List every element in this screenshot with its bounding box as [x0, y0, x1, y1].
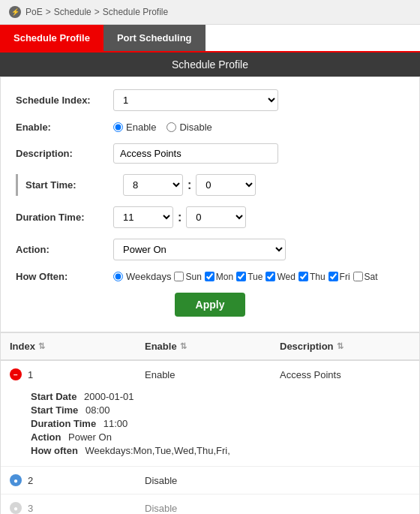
detail-start-time: Start Time 08:00: [31, 404, 410, 416]
start-hour-select[interactable]: 8: [123, 174, 183, 196]
mon-checkbox[interactable]: [205, 272, 214, 281]
breadcrumb: ⚡ PoE > Schedule > Schedule Profile: [0, 0, 420, 25]
fri-checkbox[interactable]: [328, 272, 338, 281]
sort-enable-icon[interactable]: ⇅: [180, 341, 187, 351]
status-dot-1: −: [10, 368, 22, 380]
duration-minute-select[interactable]: 0: [186, 206, 246, 228]
schedule-table: Index ⇅ Enable ⇅ Description ⇅ − 1 Enabl…: [0, 332, 420, 514]
table-row-3: ● 3 Disable: [1, 494, 419, 514]
sort-description-icon[interactable]: ⇅: [337, 341, 344, 351]
action-label: Action:: [16, 244, 113, 255]
apply-button[interactable]: Apply: [175, 293, 246, 317]
description-input[interactable]: [113, 143, 278, 164]
sun-checkbox[interactable]: [174, 272, 184, 281]
description-row: Description:: [16, 143, 404, 164]
schedule-index-select[interactable]: 1: [113, 89, 278, 111]
action-field: Power On Power Off: [113, 239, 404, 260]
apply-row: Apply: [16, 293, 404, 317]
colon-1: :: [188, 179, 191, 192]
disable-radio[interactable]: [166, 122, 176, 132]
start-time-row: Start Time: 8 : 0: [16, 174, 404, 196]
fri-checkbox-label[interactable]: Fri: [328, 272, 350, 282]
schedule-profile-form: Schedule Index: 1 Enable: Enable Disable…: [0, 77, 420, 332]
sun-checkbox-label[interactable]: Sun: [174, 272, 201, 282]
cell-description-2: [271, 467, 419, 494]
action-row: Action: Power On Power Off: [16, 239, 404, 260]
cell-index-3[interactable]: ● 3: [1, 494, 136, 514]
fri-label: Fri: [340, 272, 350, 282]
how-often-row: How Often: Weekdays Sun Mon Tue: [16, 271, 404, 282]
description-label: Description:: [16, 148, 113, 159]
weekdays-radio-label[interactable]: Weekdays: [113, 271, 171, 282]
enable-radio-label[interactable]: Enable: [113, 122, 156, 133]
col-description: Description ⇅: [271, 333, 419, 359]
wed-label: Wed: [277, 272, 295, 282]
status-dot-2: ●: [10, 474, 22, 486]
table-row-2: ● 2 Disable: [1, 467, 419, 494]
tab-schedule-profile[interactable]: Schedule Profile: [0, 25, 104, 51]
start-minute-select[interactable]: 0: [196, 174, 256, 196]
disable-radio-label[interactable]: Disable: [166, 122, 212, 133]
thu-checkbox[interactable]: [298, 272, 308, 281]
breadcrumb-schedule-profile: Schedule Profile: [103, 7, 168, 17]
thu-checkbox-label[interactable]: Thu: [298, 272, 326, 282]
breadcrumb-poe[interactable]: PoE: [26, 7, 43, 17]
duration-time-field: 11 : 0: [113, 206, 404, 228]
table-row-1: − 1 Enable Access Points Start Date 2000…: [1, 361, 419, 467]
sort-index-icon[interactable]: ⇅: [38, 341, 45, 351]
duration-time-row: Duration Time: 11 : 0: [16, 206, 404, 228]
detail-start-date: Start Date 2000-01-01: [31, 391, 410, 402]
schedule-index-label: Schedule Index:: [16, 95, 113, 106]
sat-checkbox-label[interactable]: Sat: [353, 272, 378, 282]
breadcrumb-schedule[interactable]: Schedule: [54, 7, 92, 17]
index-value-3: 3: [28, 503, 33, 514]
duration-hour-select[interactable]: 11: [113, 206, 173, 228]
weekdays-radio[interactable]: [113, 272, 123, 281]
cell-index-2[interactable]: ● 2: [1, 467, 136, 494]
schedule-index-field: 1: [113, 89, 404, 111]
detail-duration: Duration Time 11:00: [31, 418, 410, 429]
table-header: Index ⇅ Enable ⇅ Description ⇅: [1, 333, 419, 361]
status-dot-3: ●: [10, 502, 22, 514]
enable-radio[interactable]: [113, 122, 123, 132]
tue-checkbox[interactable]: [236, 272, 246, 281]
enable-row: Enable: Enable Disable: [16, 122, 404, 133]
mon-label: Mon: [216, 272, 233, 282]
wed-checkbox-label[interactable]: Wed: [266, 272, 295, 282]
sun-label: Sun: [185, 272, 201, 282]
cell-index-1[interactable]: − 1: [1, 361, 136, 388]
enable-label: Enable:: [16, 122, 113, 133]
disable-text: Disable: [179, 122, 212, 133]
tab-port-scheduling[interactable]: Port Scheduling: [104, 25, 206, 51]
action-select[interactable]: Power On Power Off: [113, 239, 286, 260]
start-time-field: 8 : 0: [123, 174, 404, 196]
tue-label: Tue: [248, 272, 262, 282]
start-time-label: Start Time:: [26, 179, 123, 191]
index-value-1: 1: [28, 369, 33, 380]
wed-checkbox[interactable]: [266, 272, 275, 281]
how-often-field: Weekdays Sun Mon Tue Wed: [113, 271, 404, 282]
index-value-2: 2: [28, 475, 33, 486]
cell-enable-3: Disable: [136, 494, 271, 514]
col-enable: Enable ⇅: [136, 333, 271, 359]
sat-checkbox[interactable]: [353, 272, 363, 281]
schedule-index-row: Schedule Index: 1: [16, 89, 404, 111]
description-field: [113, 143, 404, 164]
mon-checkbox-label[interactable]: Mon: [205, 272, 233, 282]
enable-field: Enable Disable: [113, 122, 404, 133]
start-time-bar: [16, 174, 18, 196]
sat-label: Sat: [364, 272, 378, 282]
enable-text: Enable: [126, 122, 156, 133]
poe-icon: ⚡: [9, 6, 21, 18]
detail-action: Action Power On: [31, 431, 410, 443]
tab-bar: Schedule Profile Port Scheduling: [0, 25, 420, 53]
how-often-label: How Often:: [16, 271, 113, 282]
thu-label: Thu: [310, 272, 326, 282]
tue-checkbox-label[interactable]: Tue: [236, 272, 262, 282]
col-index: Index ⇅: [1, 333, 136, 359]
cell-enable-2: Disable: [136, 467, 271, 494]
duration-time-label: Duration Time:: [16, 212, 113, 223]
colon-2: :: [178, 211, 182, 224]
cell-description-1: Access Points: [271, 361, 419, 388]
detail-how-often: How often Weekdays:Mon,Tue,Wed,Thu,Fri,: [31, 445, 410, 456]
